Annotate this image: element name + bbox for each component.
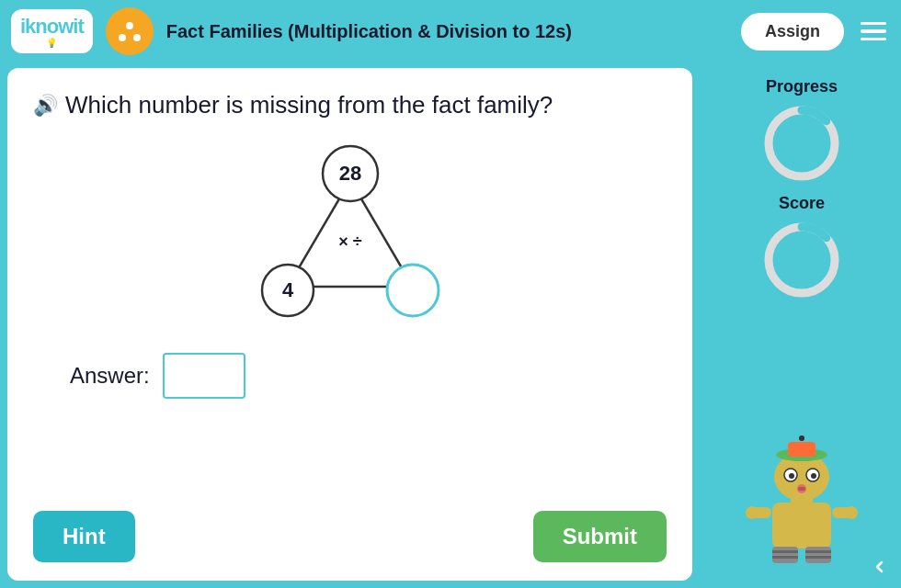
menu-button[interactable] xyxy=(857,18,890,45)
progress-section: Progress 2/15 xyxy=(713,77,890,185)
svg-point-1 xyxy=(119,34,126,41)
question-area: 🔊 Which number is missing from the fact … xyxy=(33,90,667,121)
back-button[interactable] xyxy=(866,553,894,581)
svg-point-20 xyxy=(845,506,858,519)
svg-rect-22 xyxy=(805,547,831,563)
topic-title: Fact Families (Multiplication & Division… xyxy=(166,21,728,42)
svg-rect-24 xyxy=(772,556,798,559)
svg-rect-21 xyxy=(772,547,798,563)
progress-ring: 2/15 xyxy=(760,102,843,185)
answer-area: Answer: xyxy=(70,353,667,399)
score-ring: 2 xyxy=(760,219,843,301)
svg-point-31 xyxy=(789,473,794,479)
answer-label: Answer: xyxy=(70,363,150,389)
question-panel: 🔊 Which number is missing from the fact … xyxy=(7,68,692,581)
right-panel: Progress 2/15 Score 2 xyxy=(710,68,894,581)
svg-point-32 xyxy=(811,473,816,479)
svg-point-11 xyxy=(387,265,439,316)
svg-text:× ÷: × ÷ xyxy=(338,232,362,251)
svg-rect-36 xyxy=(788,442,815,457)
svg-text:28: 28 xyxy=(338,162,360,185)
svg-rect-23 xyxy=(772,550,798,553)
question-text: Which number is missing from the fact fa… xyxy=(65,90,553,121)
logo-sub: 💡 xyxy=(20,39,84,48)
main-content: 🔊 Which number is missing from the fact … xyxy=(0,62,901,588)
svg-rect-26 xyxy=(805,556,831,559)
topic-icon xyxy=(106,7,154,55)
score-value: 2 xyxy=(797,251,805,269)
logo: iknowit 💡 xyxy=(11,9,93,53)
speaker-icon[interactable]: 🔊 xyxy=(33,94,58,118)
panel-divider xyxy=(700,68,702,581)
svg-rect-34 xyxy=(798,487,805,491)
button-row: Hint Submit xyxy=(33,496,667,562)
svg-rect-25 xyxy=(805,550,831,553)
score-section: Score 2 xyxy=(713,194,890,301)
svg-point-2 xyxy=(133,34,141,41)
header: iknowit 💡 Fact Families (Multiplication … xyxy=(0,0,901,62)
progress-label: Progress xyxy=(713,77,890,96)
svg-rect-16 xyxy=(772,503,831,548)
answer-input[interactable] xyxy=(163,353,245,399)
submit-button[interactable]: Submit xyxy=(533,511,667,562)
svg-point-0 xyxy=(126,22,133,29)
mascot-image xyxy=(737,429,866,571)
fact-family-diagram: 28 × ÷ 4 xyxy=(240,141,461,325)
score-label: Score xyxy=(713,194,890,213)
svg-point-39 xyxy=(799,435,804,441)
svg-text:4: 4 xyxy=(281,278,293,301)
mascot-area xyxy=(737,311,866,571)
diagram-area: 28 × ÷ 4 xyxy=(33,141,667,325)
logo-text: iknowit xyxy=(20,15,84,39)
assign-button[interactable]: Assign xyxy=(741,13,844,51)
svg-point-19 xyxy=(746,506,758,519)
hint-button[interactable]: Hint xyxy=(33,511,135,562)
progress-value: 2/15 xyxy=(786,134,816,153)
